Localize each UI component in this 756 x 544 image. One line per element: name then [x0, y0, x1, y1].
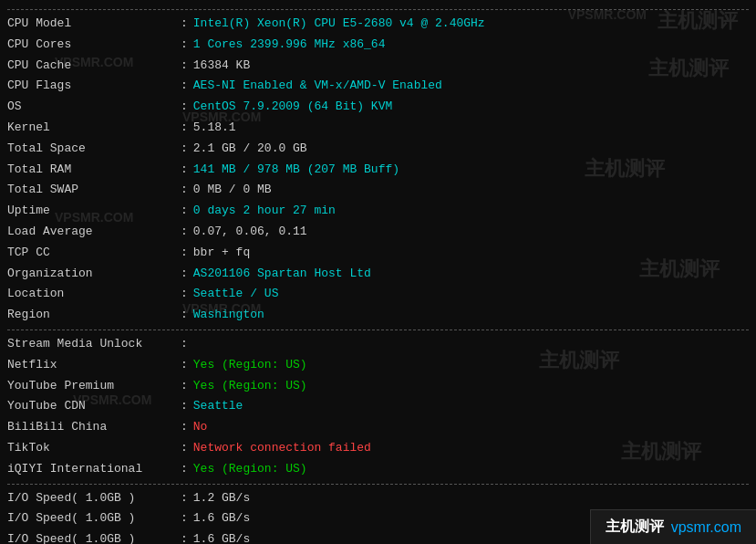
table-row: I/O Speed( 1.0GB ) : 1.2 GB/s: [7, 488, 749, 509]
row-label: Total RAM: [7, 161, 181, 180]
row-colon: :: [181, 15, 188, 34]
table-row: YouTube CDN : Seattle: [7, 396, 749, 417]
row-label: CPU Model: [7, 15, 181, 34]
row-colon: :: [181, 397, 188, 416]
row-value: 5.18.1: [193, 119, 236, 138]
row-label: I/O Speed( 1.0GB ): [7, 489, 181, 508]
table-row: YouTube Premium : Yes (Region: US): [7, 376, 749, 397]
row-label: CPU Flags: [7, 77, 181, 96]
table-row: Total SWAP : 0 MB / 0 MB: [7, 180, 749, 201]
row-colon: :: [181, 202, 188, 221]
table-row: Location : Seattle / US: [7, 284, 749, 305]
table-row: Kernel : 5.18.1: [7, 118, 749, 139]
row-label: Load Average: [7, 223, 181, 242]
row-colon: :: [181, 244, 188, 263]
row-label: YouTube CDN: [7, 397, 181, 416]
row-value: 1.6 GB/s: [193, 530, 250, 544]
table-row: CPU Cores : 1 Cores 2399.996 MHz x86_64: [7, 35, 749, 56]
row-colon: :: [181, 439, 188, 458]
row-value: Network connection failed: [193, 439, 371, 458]
row-value: bbr + fq: [193, 244, 250, 263]
row-value: 0 MB / 0 MB: [193, 181, 272, 200]
row-value: Seattle / US: [193, 285, 279, 304]
row-value: 1.2 GB/s: [193, 489, 250, 508]
table-row: Region : Washington: [7, 305, 749, 326]
table-row: CPU Cache : 16384 KB: [7, 56, 749, 77]
row-value: Yes (Region: US): [193, 460, 307, 479]
row-label: OS: [7, 98, 181, 117]
row-label: TikTok: [7, 439, 181, 458]
main-container: VPSMR.COM 主机测评 VPSMR.COM 主机测评 VPSMR.COM …: [0, 0, 756, 544]
banner-url: vpsmr.com: [671, 519, 741, 536]
row-colon: :: [181, 140, 188, 159]
row-colon: :: [181, 57, 188, 76]
row-label: I/O Speed( 1.0GB ): [7, 530, 181, 544]
section-divider-2: [7, 484, 749, 485]
row-label: Total Space: [7, 140, 181, 159]
table-row: Total Space : 2.1 GB / 20.0 GB: [7, 139, 749, 160]
row-colon: :: [181, 181, 188, 200]
row-value: 16384 KB: [193, 57, 250, 76]
row-colon: :: [181, 98, 188, 117]
row-label: iQIYI International: [7, 460, 181, 479]
row-colon: :: [181, 161, 188, 180]
row-value: Seattle: [193, 397, 243, 416]
row-value: CentOS 7.9.2009 (64 Bit) KVM: [193, 98, 392, 117]
row-label: Netflix: [7, 356, 181, 375]
table-row: OS : CentOS 7.9.2009 (64 Bit) KVM: [7, 97, 749, 118]
top-divider: [7, 9, 749, 10]
row-colon: :: [181, 36, 188, 55]
row-colon: :: [181, 377, 188, 396]
row-label: YouTube Premium: [7, 377, 181, 396]
table-row: Netflix : Yes (Region: US): [7, 355, 749, 376]
row-label: CPU Cores: [7, 36, 181, 55]
row-colon: :: [181, 489, 188, 508]
row-value: 0.07, 0.06, 0.11: [193, 223, 307, 242]
row-value: Intel(R) Xeon(R) CPU E5-2680 v4 @ 2.40GH…: [193, 15, 485, 34]
row-label: Total SWAP: [7, 181, 181, 200]
row-label: Region: [7, 306, 181, 325]
row-label: Location: [7, 285, 181, 304]
table-row: TikTok : Network connection failed: [7, 438, 749, 459]
banner-text: 主机测评: [606, 518, 664, 537]
row-value: No: [193, 418, 208, 437]
row-value: 1.6 GB/s: [193, 509, 250, 528]
row-value: Washington: [193, 306, 264, 325]
row-colon: :: [181, 530, 188, 544]
table-row: CPU Model : Intel(R) Xeon(R) CPU E5-2680…: [7, 14, 749, 35]
row-value: AES-NI Enabled & VM-x/AMD-V Enabled: [193, 77, 442, 96]
row-value: AS201106 Spartan Host Ltd: [193, 265, 371, 284]
stream-section-label: Stream Media Unlock: [7, 335, 181, 354]
row-value: 2.1 GB / 20.0 GB: [193, 140, 307, 159]
row-colon: :: [181, 223, 188, 242]
section-divider-1: [7, 330, 749, 330]
row-label: CPU Cache: [7, 57, 181, 76]
row-colon: :: [181, 418, 188, 437]
row-colon: :: [181, 460, 188, 479]
row-label: Kernel: [7, 119, 181, 138]
table-row: Total RAM : 141 MB / 978 MB (207 MB Buff…: [7, 160, 749, 181]
table-row: Load Average : 0.07, 0.06, 0.11: [7, 222, 749, 243]
system-info-section: CPU Model : Intel(R) Xeon(R) CPU E5-2680…: [7, 14, 749, 326]
row-colon: :: [181, 306, 188, 325]
row-label: Organization: [7, 265, 181, 284]
table-row: BiliBili China : No: [7, 417, 749, 438]
row-label: TCP CC: [7, 244, 181, 263]
row-colon: :: [181, 356, 188, 375]
stream-media-section: Stream Media Unlock : Netflix : Yes (Reg…: [7, 334, 749, 480]
bottom-banner: 主机测评 vpsmr.com: [590, 509, 756, 544]
table-row: Organization : AS201106 Spartan Host Ltd: [7, 264, 749, 285]
table-row: Uptime : 0 days 2 hour 27 min: [7, 201, 749, 222]
stream-header-row: Stream Media Unlock :: [7, 334, 749, 355]
row-label: Uptime: [7, 202, 181, 221]
table-row: CPU Flags : AES-NI Enabled & VM-x/AMD-V …: [7, 76, 749, 97]
row-value: 1 Cores 2399.996 MHz x86_64: [193, 36, 386, 55]
row-colon: :: [181, 335, 188, 354]
row-value: Yes (Region: US): [193, 356, 307, 375]
row-label: BiliBili China: [7, 418, 181, 437]
row-colon: :: [181, 119, 188, 138]
row-colon: :: [181, 285, 188, 304]
row-value: 0 days 2 hour 27 min: [193, 202, 336, 221]
table-row: TCP CC : bbr + fq: [7, 243, 749, 264]
table-row: iQIYI International : Yes (Region: US): [7, 459, 749, 480]
